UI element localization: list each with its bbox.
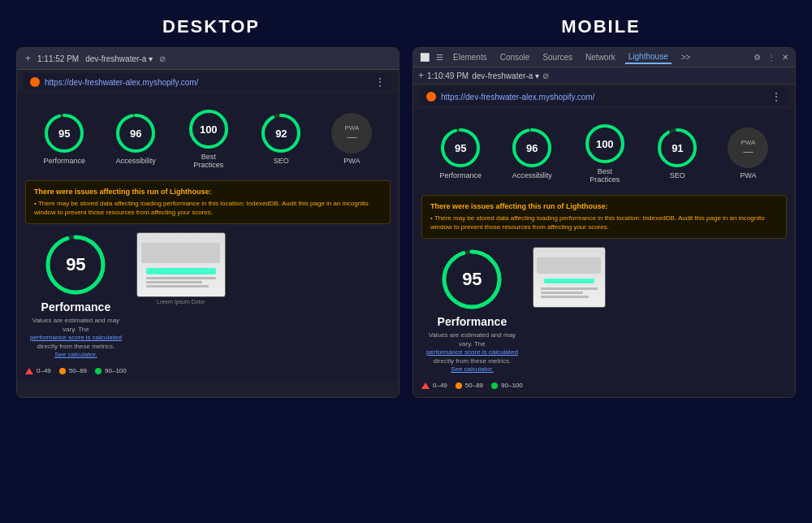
desktop-legend-90-100: 90–100 — [95, 367, 127, 374]
desktop-pwa-circle: PWA — — [331, 113, 372, 153]
mobile-bp-number: 100 — [596, 138, 614, 150]
desktop-thumb-bar — [146, 268, 216, 274]
mobile-devtools-icon2[interactable]: ☰ — [436, 53, 443, 62]
mobile-thumb-content — [533, 248, 605, 307]
desktop-warning-box: There were issues affecting this run of … — [25, 180, 391, 224]
mobile-warning-title: There were issues affecting this run of … — [430, 202, 778, 210]
mobile-perf-number: 95 — [455, 142, 466, 154]
desktop-big-label: Performance — [41, 300, 111, 313]
mobile-thumbnail-area — [533, 247, 606, 308]
desktop-legend-green-dot — [95, 368, 102, 374]
mobile-no-entry-icon: ⊘ — [542, 71, 549, 80]
desktop-tab-time: 1:11:52 PM — [37, 54, 79, 63]
desktop-thumb-header — [141, 243, 220, 263]
mobile-thumb-line-1 — [541, 287, 598, 290]
desktop-title: DESKTOP — [16, 16, 406, 37]
mobile-warning-box: There were issues affecting this run of … — [421, 195, 787, 239]
desktop-perf-label: Performance — [44, 157, 86, 165]
mobile-calc-link[interactable]: See calculator. — [451, 365, 493, 373]
desktop-pwa-text: PWA — [344, 124, 359, 132]
mobile-seo-number: 91 — [672, 142, 683, 154]
desktop-circle-seo: 92 — [261, 113, 301, 153]
desktop-acc-label: Accessibility — [116, 157, 156, 165]
desktop-big-score-section: 95 Performance Values are estimated and … — [25, 232, 391, 374]
mobile-favicon — [426, 92, 436, 102]
mobile-address-bar[interactable]: https://dev-freshwater-alex.myshopify.co… — [420, 88, 788, 106]
desktop-browser-toolbar: + 1:11:52 PM dev-freshwater-a ▾ ⊘ — [17, 48, 399, 70]
mobile-circle-seo: 91 — [657, 128, 698, 168]
desktop-circle-best-practices: 100 — [188, 109, 229, 149]
mobile-scores-row: 95 Performance 96 Accessibility — [421, 117, 787, 190]
mobile-close-icon[interactable]: ✕ — [782, 53, 788, 62]
mobile-new-tab-icon[interactable]: + — [418, 70, 424, 81]
desktop-content: 95 Performance 96 Accessibility — [17, 94, 399, 383]
mobile-thumbnail — [533, 247, 606, 308]
desktop-legend-row: 0–49 50–89 90–100 — [25, 367, 127, 374]
mobile-tab-console[interactable]: Console — [497, 51, 533, 63]
desktop-thumb-lines — [146, 277, 216, 287]
mobile-tab-time: 1:10:49 PM — [427, 71, 469, 80]
desktop-seo-number: 92 — [275, 128, 287, 140]
desktop-address-bar[interactable]: https://dev-freshwater-alex.myshopify.co… — [24, 73, 392, 91]
mobile-big-label: Performance — [438, 315, 508, 328]
mobile-title: MOBILE — [406, 16, 796, 37]
desktop-circle-performance: 95 — [44, 113, 84, 153]
desktop-thumb-caption: Lorem Ipsum Dolor — [157, 299, 205, 305]
desktop-seo-label: SEO — [274, 157, 289, 165]
mobile-perf-link[interactable]: performance score is calculated — [426, 348, 518, 356]
mobile-score-pwa: PWA — PWA — [728, 128, 768, 179]
mobile-legend-row: 0–49 50–89 90–100 — [421, 382, 523, 389]
mobile-dots-icon[interactable]: ⋮ — [767, 53, 775, 62]
mobile-more-icon[interactable]: ⋮ — [771, 90, 782, 103]
mobile-thumb-bar — [544, 279, 594, 283]
mobile-circle-performance: 95 — [440, 128, 481, 168]
desktop-legend-50-89: 50–89 — [59, 367, 87, 374]
mobile-content: 95 Performance 96 Accessibility — [413, 109, 795, 397]
mobile-warning-body: • There may be stored data affecting loa… — [430, 214, 778, 231]
desktop-big-circle: 95 — [43, 232, 108, 297]
desktop-acc-number: 96 — [130, 128, 141, 140]
desktop-score-pwa: PWA — PWA — [331, 113, 372, 165]
mobile-devtools-icon1[interactable]: ⬜ — [420, 53, 430, 62]
mobile-tab-elements[interactable]: Elements — [450, 51, 490, 63]
mobile-seo-label: SEO — [670, 171, 685, 179]
desktop-legend-triangle — [25, 368, 33, 374]
mobile-circle-best-practices: 100 — [585, 123, 625, 164]
desktop-browser-window: + 1:11:52 PM dev-freshwater-a ▾ ⊘ https:… — [16, 47, 400, 398]
desktop-url: https://dev-freshwater-alex.myshopify.co… — [45, 78, 198, 87]
desktop-legend-orange-dot — [59, 368, 66, 374]
desktop-thumb-content — [137, 233, 225, 296]
mobile-tab-network[interactable]: Network — [582, 51, 619, 63]
desktop-scores-row: 95 Performance 96 Accessibility — [25, 102, 391, 175]
mobile-thumb-line-3 — [541, 296, 590, 298]
desktop-big-desc: Values are estimated and may vary. The p… — [27, 317, 124, 359]
desktop-score-seo: 92 SEO — [261, 113, 301, 165]
mobile-score-best-practices: 100 Best Practices — [582, 123, 627, 184]
desktop-tab-domain: dev-freshwater-a ▾ — [85, 54, 153, 63]
desktop-circle-accessibility: 96 — [115, 113, 156, 153]
mobile-big-score-section: 95 Performance Values are estimated and … — [421, 247, 787, 389]
mobile-pwa-circle: PWA — — [728, 128, 768, 168]
mobile-settings-icon[interactable]: ⚙ — [754, 53, 761, 62]
mobile-bp-label: Best Practices — [582, 167, 627, 184]
mobile-score-seo: 91 SEO — [657, 128, 698, 179]
mobile-thumb-lines — [541, 287, 598, 298]
mobile-tab-more[interactable]: >> — [678, 51, 694, 63]
desktop-big-score-left: 95 Performance Values are estimated and … — [25, 232, 127, 374]
mobile-thumb-header — [537, 257, 601, 274]
desktop-pwa-label: PWA — [343, 157, 360, 165]
new-tab-icon[interactable]: + — [25, 53, 31, 64]
mobile-big-score-left: 95 Performance Values are estimated and … — [421, 247, 523, 389]
desktop-score-best-practices: 100 Best Practices — [186, 109, 231, 169]
mobile-pwa-text: PWA — [741, 139, 755, 146]
desktop-calc-link[interactable]: See calculator. — [54, 351, 97, 358]
mobile-acc-label: Accessibility — [512, 171, 552, 179]
mobile-tab-sources[interactable]: Sources — [539, 51, 576, 63]
desktop-more-icon[interactable]: ⋮ — [374, 76, 386, 89]
panels-row: + 1:11:52 PM dev-freshwater-a ▾ ⊘ https:… — [16, 47, 796, 398]
desktop-perf-link[interactable]: performance score is calculated — [30, 334, 122, 341]
desktop-bp-number: 100 — [200, 123, 218, 136]
mobile-url: https://dev-freshwater-alex.myshopify.co… — [441, 93, 594, 102]
mobile-legend-0-49: 0–49 — [421, 382, 447, 389]
mobile-tab-lighthouse[interactable]: Lighthouse — [625, 50, 672, 64]
